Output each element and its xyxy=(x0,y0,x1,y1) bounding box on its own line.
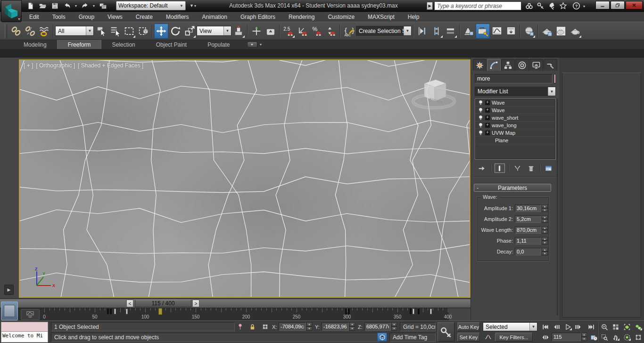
maxscript-mini-listener[interactable]: Welcome to Mi xyxy=(1,322,48,343)
viewport-layout-tab-button[interactable] xyxy=(1,302,18,320)
visibility-bulb-icon[interactable] xyxy=(478,100,483,106)
object-color-swatch[interactable] xyxy=(554,74,556,83)
param-value-field[interactable] xyxy=(515,204,541,212)
named-selection-sets-dropdown[interactable]: Create Selection Se▼ xyxy=(356,26,412,36)
viewport[interactable]: [ + ] [ Orthographic ] [ Shaded + Edged … xyxy=(19,59,471,298)
rendered-frame-window-button[interactable] xyxy=(504,24,518,39)
object-name-field[interactable] xyxy=(475,74,553,83)
param-spinner[interactable]: ▲▼ xyxy=(542,204,548,212)
redo-button[interactable] xyxy=(79,1,91,11)
auto-key-button[interactable]: Auto Key xyxy=(457,322,480,331)
dock-expand-arrow-button[interactable]: ▶ xyxy=(4,285,14,295)
visibility-bulb-icon[interactable] xyxy=(478,122,483,128)
snaps-toggle-button[interactable]: 2.5 xyxy=(281,24,296,39)
viewcube[interactable]: FRONT xyxy=(406,72,461,113)
edit-named-selection-sets-button[interactable]: { }ABC xyxy=(342,24,356,39)
modifier-stack-item[interactable]: +Wave xyxy=(475,106,555,114)
param-value-field[interactable] xyxy=(515,237,541,245)
frame-spinner[interactable]: ▲▼ xyxy=(581,333,587,341)
animation-key-mark[interactable] xyxy=(413,309,414,314)
render-setup-button[interactable] xyxy=(540,24,554,39)
render-frame-button[interactable] xyxy=(554,24,568,39)
visibility-bulb-icon[interactable] xyxy=(478,115,483,121)
animation-key-mark[interactable] xyxy=(410,309,412,314)
select-object-button[interactable] xyxy=(94,24,108,39)
menu-edit[interactable]: Edit xyxy=(23,13,46,21)
toolbar-grip[interactable] xyxy=(5,24,7,38)
zoom-all-button[interactable] xyxy=(611,322,620,331)
menu-customize[interactable]: Customize xyxy=(321,13,361,21)
tab-display[interactable] xyxy=(529,59,543,71)
prompt-pin-icon[interactable] xyxy=(236,322,244,331)
parameters-rollout-header[interactable]: - Parameters xyxy=(474,184,551,192)
x-spinner[interactable]: ▲▼ xyxy=(306,322,312,331)
remove-modifier-button[interactable] xyxy=(526,163,536,173)
select-and-move-button[interactable] xyxy=(154,24,168,39)
time-slider-handle[interactable]: 115 / 400 xyxy=(135,300,191,307)
pan-view-button[interactable] xyxy=(611,333,620,342)
project-folder-button[interactable] xyxy=(97,1,108,11)
menu-rendering[interactable]: Rendering xyxy=(282,13,321,21)
expand-icon[interactable]: + xyxy=(485,100,490,105)
param-value-field[interactable] xyxy=(515,248,541,255)
current-frame-marker[interactable] xyxy=(158,308,162,315)
redo-history-caret[interactable]: ▼ xyxy=(91,1,96,11)
animation-key-mark[interactable] xyxy=(348,309,350,314)
rectangular-selection-region-button[interactable] xyxy=(122,24,136,39)
viewport-shading-menu[interactable]: [ Shaded + Edged Faces ] xyxy=(78,62,143,69)
help-caret[interactable]: ▼ xyxy=(582,1,586,11)
tab-modify[interactable] xyxy=(487,59,501,71)
workspace-dropdown[interactable]: Workspace: Default ▼ xyxy=(116,1,186,10)
viewport-general-menu[interactable]: [ + ] xyxy=(24,62,33,69)
expand-icon[interactable]: + xyxy=(485,115,490,120)
undo-history-caret[interactable]: ▼ xyxy=(74,1,78,11)
viewport-pov-menu[interactable]: [ Orthographic ] xyxy=(36,62,75,69)
animation-key-mark[interactable] xyxy=(345,309,347,314)
go-to-start-button[interactable] xyxy=(540,322,550,331)
z-spinner[interactable]: ▲▼ xyxy=(391,322,397,331)
modifier-stack-item[interactable]: Plane xyxy=(475,137,555,144)
param-spinner[interactable]: ▲▼ xyxy=(542,215,548,223)
configure-modifier-sets-button[interactable] xyxy=(544,163,554,173)
layer-manager-button[interactable] xyxy=(444,24,458,39)
expand-icon[interactable]: + xyxy=(485,131,490,135)
key-mode-toggle-button[interactable] xyxy=(540,333,550,342)
align-button[interactable] xyxy=(429,24,444,39)
show-end-result-button[interactable] xyxy=(495,163,505,173)
modifier-stack-item[interactable]: +Wave xyxy=(475,99,555,106)
curve-editor-button[interactable] xyxy=(476,24,490,39)
default-tangent-icon[interactable] xyxy=(483,333,493,342)
set-keys-button[interactable] xyxy=(438,322,454,342)
absolute-mode-toggle-icon[interactable] xyxy=(260,322,270,331)
modifier-stack-item[interactable]: +UVW Map xyxy=(475,129,555,137)
material-editor-button[interactable] xyxy=(522,24,536,39)
zoom-button[interactable] xyxy=(599,322,609,331)
menu-views[interactable]: Views xyxy=(101,13,129,21)
spinner-snap-toggle-button[interactable] xyxy=(324,24,338,39)
param-value-field[interactable] xyxy=(515,215,541,223)
select-and-manipulate-button[interactable] xyxy=(249,24,264,39)
save-file-button[interactable] xyxy=(49,1,60,11)
tab-hierarchy[interactable] xyxy=(501,59,515,71)
percent-snap-toggle-button[interactable]: % xyxy=(310,24,324,39)
region-zoom-button[interactable] xyxy=(599,333,609,342)
zoom-extents-all-button[interactable] xyxy=(633,322,643,331)
ribbon-tab-object-paint[interactable]: Object Paint xyxy=(146,40,197,49)
orbit-button[interactable] xyxy=(622,333,632,342)
restore-button[interactable] xyxy=(611,1,625,9)
sign-in-key-icon[interactable] xyxy=(536,1,545,10)
selection-lock-icon[interactable] xyxy=(248,322,256,331)
pin-stack-button[interactable] xyxy=(477,163,487,173)
render-production-button[interactable] xyxy=(568,24,582,39)
modifier-stack-item[interactable]: +wave_short xyxy=(475,114,555,122)
menu-help[interactable]: Help xyxy=(401,13,426,21)
ribbon-tab-freeform[interactable]: Freeform xyxy=(57,40,102,49)
menu-animation[interactable]: Animation xyxy=(196,13,234,21)
undo-button[interactable] xyxy=(61,1,73,11)
param-spinner[interactable]: ▲▼ xyxy=(542,237,548,245)
next-frame-arrow-button[interactable]: > xyxy=(192,300,199,307)
viewport-canvas[interactable]: [ + ] [ Orthographic ] [ Shaded + Edged … xyxy=(20,60,470,297)
expand-icon[interactable]: + xyxy=(485,108,490,113)
search-icon[interactable] xyxy=(524,1,534,10)
menu-create[interactable]: Create xyxy=(129,13,159,21)
